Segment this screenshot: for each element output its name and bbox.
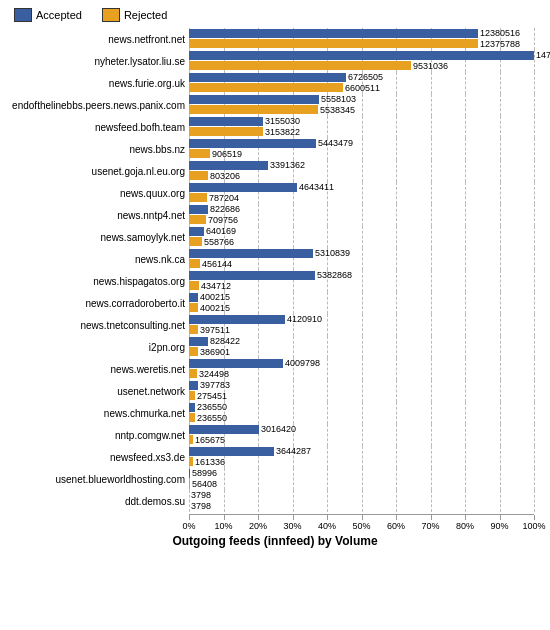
bar-accepted	[189, 183, 297, 192]
bar-row: news.furie.org.uk67265056600511	[4, 72, 546, 94]
bar-row: news.corradoroberto.it400215400215	[4, 292, 546, 314]
x-tick	[431, 515, 432, 520]
legend-accepted-label: Accepted	[36, 9, 82, 21]
bar-rejected	[189, 193, 207, 202]
bar-value-accepted: 5443479	[318, 138, 353, 148]
x-tick-label: 0%	[182, 521, 195, 531]
bar-accepted	[189, 293, 198, 302]
x-tick	[189, 515, 190, 520]
bar-value-accepted: 640169	[206, 226, 236, 236]
bar-label: news.quux.org	[4, 188, 189, 199]
bar-value-accepted: 58996	[192, 468, 217, 478]
bars-wrapper: 236550236550	[189, 402, 546, 424]
bar-row: news.hispagatos.org5382868434712	[4, 270, 546, 292]
x-tick	[396, 515, 397, 520]
x-tick	[258, 515, 259, 520]
bar-row: news.quux.org4643411787204	[4, 182, 546, 204]
bar-accepted	[189, 161, 268, 170]
bar-label: news.nntp4.net	[4, 210, 189, 221]
bar-label: news.bbs.nz	[4, 144, 189, 155]
bar-rejected	[189, 149, 210, 158]
bar-value-accepted: 5382868	[317, 270, 352, 280]
bar-rejected	[189, 413, 195, 422]
bars-wrapper: 5899656408	[189, 468, 546, 490]
bars-wrapper: 640169558766	[189, 226, 546, 248]
bar-value-rejected: 236550	[197, 413, 227, 423]
bar-label: news.chmurka.net	[4, 408, 189, 419]
x-tick	[465, 515, 466, 520]
bar-rejected	[189, 259, 200, 268]
chart-title: Outgoing feeds (innfeed) by Volume	[4, 534, 546, 548]
bar-accepted	[189, 469, 190, 478]
bar-accepted	[189, 447, 274, 456]
x-tick-label: 100%	[522, 521, 545, 531]
bar-label: nyheter.lysator.liu.se	[4, 56, 189, 67]
bar-value-rejected: 275451	[197, 391, 227, 401]
bar-value-accepted: 828422	[210, 336, 240, 346]
bar-value-accepted: 14783600	[536, 50, 550, 60]
bar-label: usenet.blueworldhosting.com	[4, 474, 189, 485]
bar-value-rejected: 56408	[192, 479, 217, 489]
legend-rejected: Rejected	[102, 8, 167, 22]
bars-wrapper: 4009798324498	[189, 358, 546, 380]
bar-value-accepted: 397783	[200, 380, 230, 390]
x-tick	[362, 515, 363, 520]
x-tick-label: 50%	[352, 521, 370, 531]
x-tick-label: 30%	[283, 521, 301, 531]
bars-wrapper: 3016420165675	[189, 424, 546, 446]
bar-rejected	[189, 83, 343, 92]
bar-label: ddt.demos.su	[4, 496, 189, 507]
bar-row: news.samoylyk.net640169558766	[4, 226, 546, 248]
bar-row: news.chmurka.net236550236550	[4, 402, 546, 424]
bar-row: nntp.comgw.net3016420165675	[4, 424, 546, 446]
bar-row: nyheter.lysator.liu.se147836009531036	[4, 50, 546, 72]
bar-rejected	[189, 127, 263, 136]
bar-row: usenet.goja.nl.eu.org3391362803206	[4, 160, 546, 182]
bars-wrapper: 828422386901	[189, 336, 546, 358]
chart-area: news.netfront.net1238051612375788nyheter…	[4, 28, 546, 512]
bar-label: news.furie.org.uk	[4, 78, 189, 89]
bar-accepted	[189, 271, 315, 280]
bar-rejected	[189, 237, 202, 246]
bar-value-accepted: 236550	[197, 402, 227, 412]
bar-row: newsfeed.xs3.de3644287161336	[4, 446, 546, 468]
bar-label: news.tnetconsulting.net	[4, 320, 189, 331]
bar-label: usenet.network	[4, 386, 189, 397]
x-tick-label: 60%	[387, 521, 405, 531]
bar-value-accepted: 12380516	[480, 28, 520, 38]
bar-row: news.tnetconsulting.net4120910397511	[4, 314, 546, 336]
legend: Accepted Rejected	[4, 8, 546, 22]
bar-rejected	[189, 435, 193, 444]
bars-wrapper: 37983798	[189, 490, 546, 512]
bars-wrapper: 822686709756	[189, 204, 546, 226]
bar-label: news.netfront.net	[4, 34, 189, 45]
bars-wrapper: 31550303153822	[189, 116, 546, 138]
bars-wrapper: 1238051612375788	[189, 28, 546, 50]
bars-wrapper: 4120910397511	[189, 314, 546, 336]
bar-value-accepted: 3016420	[261, 424, 296, 434]
x-tick-label: 80%	[456, 521, 474, 531]
bars-wrapper: 4643411787204	[189, 182, 546, 204]
bar-label: news.corradoroberto.it	[4, 298, 189, 309]
bar-label: nntp.comgw.net	[4, 430, 189, 441]
bar-row: news.bbs.nz5443479906519	[4, 138, 546, 160]
bars-wrapper: 5382868434712	[189, 270, 546, 292]
bar-value-accepted: 3644287	[276, 446, 311, 456]
bar-value-rejected: 324498	[199, 369, 229, 379]
bar-row: ddt.demos.su37983798	[4, 490, 546, 512]
bar-rejected	[189, 39, 478, 48]
bar-value-accepted: 822686	[210, 204, 240, 214]
bar-value-accepted: 400215	[200, 292, 230, 302]
bar-accepted	[189, 95, 319, 104]
x-tick-label: 70%	[421, 521, 439, 531]
bar-accepted	[189, 381, 198, 390]
bar-accepted	[189, 337, 208, 346]
bar-accepted	[189, 249, 313, 258]
bar-rejected	[189, 215, 206, 224]
bar-rejected	[189, 303, 198, 312]
legend-box-rejected	[102, 8, 120, 22]
bars-wrapper: 5310839456144	[189, 248, 546, 270]
bars-wrapper: 400215400215	[189, 292, 546, 314]
bar-row: news.netfront.net1238051612375788	[4, 28, 546, 50]
bar-accepted	[189, 359, 283, 368]
